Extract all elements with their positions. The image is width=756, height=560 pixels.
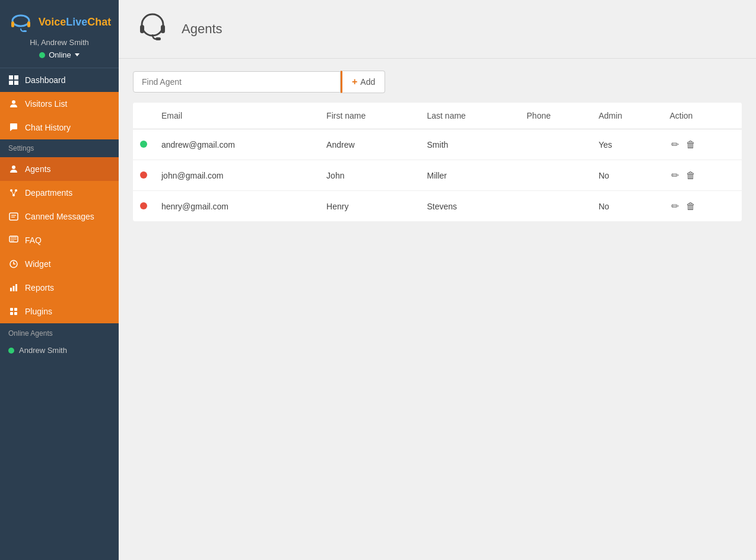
sidebar-item-chat-history[interactable]: Chat History (0, 116, 119, 139)
sidebar-item-agents-label: Agents (25, 164, 51, 174)
status-text: Online (49, 50, 71, 59)
svg-rect-5 (14, 75, 18, 79)
page-header: Agents (119, 0, 756, 59)
edit-icon[interactable]: ✏ (669, 168, 681, 183)
svg-rect-32 (161, 25, 165, 33)
svg-rect-15 (9, 213, 18, 220)
page-title: Agents (182, 21, 223, 37)
sidebar-item-canned-messages-label: Canned Messages (25, 212, 94, 221)
sidebar-item-reports-label: Reports (25, 283, 54, 292)
row-admin: Yes (592, 129, 663, 160)
sidebar-item-reports[interactable]: Reports (0, 276, 119, 300)
row-status-cell (133, 160, 154, 191)
sidebar-item-departments[interactable]: Departments (0, 181, 119, 205)
logo-voice: Voice (39, 16, 66, 28)
row-admin: No (592, 191, 663, 222)
sidebar-item-canned-messages[interactable]: Canned Messages (0, 205, 119, 228)
sidebar-item-dashboard[interactable]: Dashboard (0, 68, 119, 92)
sidebar-item-visitors-list[interactable]: Visitors List (0, 92, 119, 116)
status-dot (39, 52, 45, 58)
edit-icon[interactable]: ✏ (669, 137, 681, 152)
delete-icon[interactable]: 🗑 (684, 199, 697, 214)
col-first-name: First name (319, 103, 420, 129)
row-status-dot (140, 171, 147, 179)
table-row: andrew@gmail.com Andrew Smith Yes ✏ 🗑 (133, 129, 742, 160)
logo-text: VoiceLiveChat (39, 16, 112, 28)
svg-point-8 (12, 100, 15, 104)
row-last-name: Stevens (420, 191, 520, 222)
sidebar-item-faq[interactable]: FAQ (0, 228, 119, 252)
sidebar: VoiceLiveChat Hi, Andrew Smith Online Da… (0, 0, 119, 560)
sidebar-item-dashboard-label: Dashboard (25, 75, 66, 85)
delete-icon[interactable]: 🗑 (684, 138, 697, 152)
delete-icon[interactable]: 🗑 (684, 168, 697, 183)
table-row: john@gmail.com John Miller No ✏ 🗑 (133, 160, 742, 191)
faq-icon (8, 235, 19, 246)
svg-point-30 (142, 14, 163, 36)
row-status-dot (140, 141, 147, 148)
sidebar-item-agents[interactable]: Agents (0, 157, 119, 181)
chat-history-icon (8, 122, 19, 133)
dashboard-icon (8, 75, 19, 85)
visitors-list-icon (8, 98, 19, 109)
col-email: Email (154, 103, 319, 129)
row-status-dot (140, 202, 147, 209)
chevron-down-icon (75, 53, 80, 56)
col-phone: Phone (520, 103, 592, 129)
row-action: ✏ 🗑 (662, 191, 742, 222)
search-input[interactable] (133, 71, 341, 93)
svg-line-14 (14, 190, 16, 195)
row-email: henry@gmail.com (154, 191, 319, 222)
online-agent-name: Andrew Smith (19, 346, 67, 355)
row-first-name: Andrew (319, 129, 420, 160)
headset-icon (133, 8, 172, 47)
logo-live: Live (66, 16, 87, 28)
sidebar-item-visitors-list-label: Visitors List (25, 99, 67, 109)
row-last-name: Miller (420, 160, 520, 191)
add-button[interactable]: + Add (341, 71, 385, 93)
row-action: ✏ 🗑 (662, 160, 742, 191)
sidebar-item-chat-history-label: Chat History (25, 123, 71, 132)
sidebar-item-widget[interactable]: Widget (0, 252, 119, 276)
canned-messages-icon (8, 211, 19, 222)
svg-rect-2 (27, 21, 30, 27)
logo-wrapper: VoiceLiveChat (8, 11, 112, 33)
svg-rect-25 (15, 284, 17, 291)
row-email: john@gmail.com (154, 160, 319, 191)
col-admin: Admin (592, 103, 663, 129)
agents-tbody: andrew@gmail.com Andrew Smith Yes ✏ 🗑 jo… (133, 129, 742, 222)
row-status-cell (133, 129, 154, 160)
row-phone (520, 129, 592, 160)
svg-rect-4 (9, 75, 13, 79)
svg-rect-23 (10, 288, 12, 291)
row-admin: No (592, 160, 663, 191)
svg-rect-29 (14, 312, 17, 315)
row-phone (520, 160, 592, 191)
col-last-name: Last name (420, 103, 520, 129)
greeting: Hi, Andrew Smith (30, 38, 89, 47)
svg-rect-3 (23, 30, 27, 32)
svg-point-9 (12, 166, 15, 169)
edit-icon[interactable]: ✏ (669, 199, 681, 214)
online-agents-section: Online Agents Andrew Smith (0, 323, 119, 359)
sidebar-item-plugins[interactable]: Plugins (0, 300, 119, 323)
action-cell: ✏ 🗑 (669, 168, 735, 183)
row-last-name: Smith (420, 129, 520, 160)
svg-rect-7 (14, 81, 18, 85)
svg-rect-27 (14, 308, 17, 311)
row-action: ✏ 🗑 (662, 129, 742, 160)
sidebar-item-faq-label: FAQ (25, 236, 42, 245)
settings-section-label: Settings (0, 139, 119, 157)
agents-icon (8, 164, 19, 174)
logo-area: VoiceLiveChat Hi, Andrew Smith Online (0, 0, 119, 68)
online-agent-status-dot (8, 348, 14, 354)
header-icon-wrapper (133, 8, 172, 50)
agents-table: Email First name Last name Phone Admin A… (133, 103, 742, 221)
add-button-label: Add (360, 77, 375, 87)
row-status-cell (133, 191, 154, 222)
status-row[interactable]: Online (39, 50, 80, 59)
action-cell: ✏ 🗑 (669, 199, 735, 214)
table-header-row: Email First name Last name Phone Admin A… (133, 103, 742, 129)
svg-rect-33 (155, 37, 161, 40)
row-first-name: Henry (319, 191, 420, 222)
